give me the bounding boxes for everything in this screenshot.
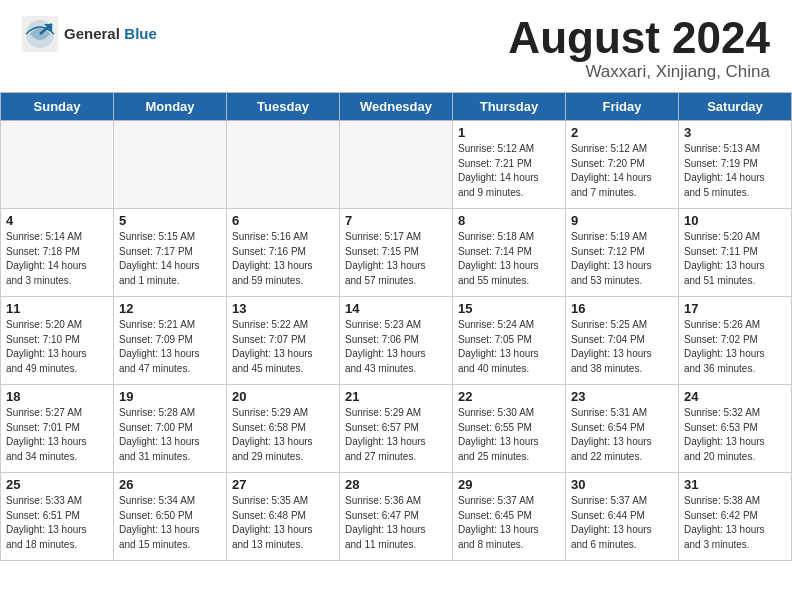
day-info: Sunrise: 5:12 AM Sunset: 7:21 PM Dayligh… bbox=[458, 142, 560, 200]
col-monday: Monday bbox=[114, 93, 227, 121]
main-title: August 2024 bbox=[508, 16, 770, 60]
day-info: Sunrise: 5:19 AM Sunset: 7:12 PM Dayligh… bbox=[571, 230, 673, 288]
col-saturday: Saturday bbox=[679, 93, 792, 121]
day-number: 17 bbox=[684, 301, 786, 316]
calendar-week-row: 1Sunrise: 5:12 AM Sunset: 7:21 PM Daylig… bbox=[1, 121, 792, 209]
day-number: 8 bbox=[458, 213, 560, 228]
calendar-cell: 30Sunrise: 5:37 AM Sunset: 6:44 PM Dayli… bbox=[566, 473, 679, 561]
calendar-cell: 27Sunrise: 5:35 AM Sunset: 6:48 PM Dayli… bbox=[227, 473, 340, 561]
day-info: Sunrise: 5:28 AM Sunset: 7:00 PM Dayligh… bbox=[119, 406, 221, 464]
calendar-cell: 28Sunrise: 5:36 AM Sunset: 6:47 PM Dayli… bbox=[340, 473, 453, 561]
calendar-cell: 12Sunrise: 5:21 AM Sunset: 7:09 PM Dayli… bbox=[114, 297, 227, 385]
day-number: 2 bbox=[571, 125, 673, 140]
day-info: Sunrise: 5:18 AM Sunset: 7:14 PM Dayligh… bbox=[458, 230, 560, 288]
day-info: Sunrise: 5:24 AM Sunset: 7:05 PM Dayligh… bbox=[458, 318, 560, 376]
day-number: 14 bbox=[345, 301, 447, 316]
calendar-cell: 22Sunrise: 5:30 AM Sunset: 6:55 PM Dayli… bbox=[453, 385, 566, 473]
col-sunday: Sunday bbox=[1, 93, 114, 121]
calendar-cell: 29Sunrise: 5:37 AM Sunset: 6:45 PM Dayli… bbox=[453, 473, 566, 561]
day-number: 10 bbox=[684, 213, 786, 228]
calendar-cell: 11Sunrise: 5:20 AM Sunset: 7:10 PM Dayli… bbox=[1, 297, 114, 385]
day-number: 29 bbox=[458, 477, 560, 492]
calendar-cell: 20Sunrise: 5:29 AM Sunset: 6:58 PM Dayli… bbox=[227, 385, 340, 473]
day-info: Sunrise: 5:16 AM Sunset: 7:16 PM Dayligh… bbox=[232, 230, 334, 288]
day-info: Sunrise: 5:38 AM Sunset: 6:42 PM Dayligh… bbox=[684, 494, 786, 552]
day-info: Sunrise: 5:37 AM Sunset: 6:44 PM Dayligh… bbox=[571, 494, 673, 552]
day-info: Sunrise: 5:22 AM Sunset: 7:07 PM Dayligh… bbox=[232, 318, 334, 376]
calendar-cell: 10Sunrise: 5:20 AM Sunset: 7:11 PM Dayli… bbox=[679, 209, 792, 297]
day-info: Sunrise: 5:31 AM Sunset: 6:54 PM Dayligh… bbox=[571, 406, 673, 464]
col-tuesday: Tuesday bbox=[227, 93, 340, 121]
day-number: 5 bbox=[119, 213, 221, 228]
calendar-week-row: 25Sunrise: 5:33 AM Sunset: 6:51 PM Dayli… bbox=[1, 473, 792, 561]
day-info: Sunrise: 5:32 AM Sunset: 6:53 PM Dayligh… bbox=[684, 406, 786, 464]
calendar-cell: 9Sunrise: 5:19 AM Sunset: 7:12 PM Daylig… bbox=[566, 209, 679, 297]
calendar-cell bbox=[114, 121, 227, 209]
day-info: Sunrise: 5:27 AM Sunset: 7:01 PM Dayligh… bbox=[6, 406, 108, 464]
calendar-cell: 18Sunrise: 5:27 AM Sunset: 7:01 PM Dayli… bbox=[1, 385, 114, 473]
calendar-cell: 17Sunrise: 5:26 AM Sunset: 7:02 PM Dayli… bbox=[679, 297, 792, 385]
day-number: 22 bbox=[458, 389, 560, 404]
calendar-cell: 26Sunrise: 5:34 AM Sunset: 6:50 PM Dayli… bbox=[114, 473, 227, 561]
logo-text: General Blue bbox=[64, 25, 157, 43]
calendar-cell: 7Sunrise: 5:17 AM Sunset: 7:15 PM Daylig… bbox=[340, 209, 453, 297]
day-number: 20 bbox=[232, 389, 334, 404]
day-number: 21 bbox=[345, 389, 447, 404]
col-thursday: Thursday bbox=[453, 93, 566, 121]
day-info: Sunrise: 5:20 AM Sunset: 7:10 PM Dayligh… bbox=[6, 318, 108, 376]
day-info: Sunrise: 5:34 AM Sunset: 6:50 PM Dayligh… bbox=[119, 494, 221, 552]
calendar-cell: 13Sunrise: 5:22 AM Sunset: 7:07 PM Dayli… bbox=[227, 297, 340, 385]
calendar-cell: 14Sunrise: 5:23 AM Sunset: 7:06 PM Dayli… bbox=[340, 297, 453, 385]
calendar-cell: 24Sunrise: 5:32 AM Sunset: 6:53 PM Dayli… bbox=[679, 385, 792, 473]
day-number: 7 bbox=[345, 213, 447, 228]
day-info: Sunrise: 5:23 AM Sunset: 7:06 PM Dayligh… bbox=[345, 318, 447, 376]
calendar-header-row: Sunday Monday Tuesday Wednesday Thursday… bbox=[1, 93, 792, 121]
day-number: 31 bbox=[684, 477, 786, 492]
day-number: 1 bbox=[458, 125, 560, 140]
day-info: Sunrise: 5:12 AM Sunset: 7:20 PM Dayligh… bbox=[571, 142, 673, 200]
day-info: Sunrise: 5:30 AM Sunset: 6:55 PM Dayligh… bbox=[458, 406, 560, 464]
day-number: 16 bbox=[571, 301, 673, 316]
day-number: 13 bbox=[232, 301, 334, 316]
day-info: Sunrise: 5:29 AM Sunset: 6:57 PM Dayligh… bbox=[345, 406, 447, 464]
day-number: 23 bbox=[571, 389, 673, 404]
day-info: Sunrise: 5:25 AM Sunset: 7:04 PM Dayligh… bbox=[571, 318, 673, 376]
day-number: 30 bbox=[571, 477, 673, 492]
logo-general: General bbox=[64, 25, 120, 42]
col-friday: Friday bbox=[566, 93, 679, 121]
calendar-cell: 3Sunrise: 5:13 AM Sunset: 7:19 PM Daylig… bbox=[679, 121, 792, 209]
day-number: 15 bbox=[458, 301, 560, 316]
day-number: 12 bbox=[119, 301, 221, 316]
day-info: Sunrise: 5:14 AM Sunset: 7:18 PM Dayligh… bbox=[6, 230, 108, 288]
day-number: 19 bbox=[119, 389, 221, 404]
calendar-week-row: 18Sunrise: 5:27 AM Sunset: 7:01 PM Dayli… bbox=[1, 385, 792, 473]
calendar-cell: 21Sunrise: 5:29 AM Sunset: 6:57 PM Dayli… bbox=[340, 385, 453, 473]
day-info: Sunrise: 5:37 AM Sunset: 6:45 PM Dayligh… bbox=[458, 494, 560, 552]
header: General Blue August 2024 Waxxari, Xinjia… bbox=[0, 0, 792, 92]
logo-blue: Blue bbox=[124, 25, 157, 42]
calendar-cell: 2Sunrise: 5:12 AM Sunset: 7:20 PM Daylig… bbox=[566, 121, 679, 209]
day-number: 25 bbox=[6, 477, 108, 492]
calendar-week-row: 4Sunrise: 5:14 AM Sunset: 7:18 PM Daylig… bbox=[1, 209, 792, 297]
calendar-cell: 15Sunrise: 5:24 AM Sunset: 7:05 PM Dayli… bbox=[453, 297, 566, 385]
title-block: August 2024 Waxxari, Xinjiang, China bbox=[508, 16, 770, 82]
calendar-cell: 23Sunrise: 5:31 AM Sunset: 6:54 PM Dayli… bbox=[566, 385, 679, 473]
day-info: Sunrise: 5:15 AM Sunset: 7:17 PM Dayligh… bbox=[119, 230, 221, 288]
logo: General Blue bbox=[22, 16, 157, 52]
calendar-week-row: 11Sunrise: 5:20 AM Sunset: 7:10 PM Dayli… bbox=[1, 297, 792, 385]
calendar-cell: 8Sunrise: 5:18 AM Sunset: 7:14 PM Daylig… bbox=[453, 209, 566, 297]
calendar-cell: 31Sunrise: 5:38 AM Sunset: 6:42 PM Dayli… bbox=[679, 473, 792, 561]
day-number: 24 bbox=[684, 389, 786, 404]
calendar-cell bbox=[227, 121, 340, 209]
day-number: 6 bbox=[232, 213, 334, 228]
calendar-cell bbox=[1, 121, 114, 209]
calendar-cell bbox=[340, 121, 453, 209]
day-number: 28 bbox=[345, 477, 447, 492]
col-wednesday: Wednesday bbox=[340, 93, 453, 121]
calendar-cell: 19Sunrise: 5:28 AM Sunset: 7:00 PM Dayli… bbox=[114, 385, 227, 473]
calendar-cell: 1Sunrise: 5:12 AM Sunset: 7:21 PM Daylig… bbox=[453, 121, 566, 209]
day-number: 4 bbox=[6, 213, 108, 228]
day-number: 18 bbox=[6, 389, 108, 404]
calendar-table: Sunday Monday Tuesday Wednesday Thursday… bbox=[0, 92, 792, 561]
day-info: Sunrise: 5:20 AM Sunset: 7:11 PM Dayligh… bbox=[684, 230, 786, 288]
